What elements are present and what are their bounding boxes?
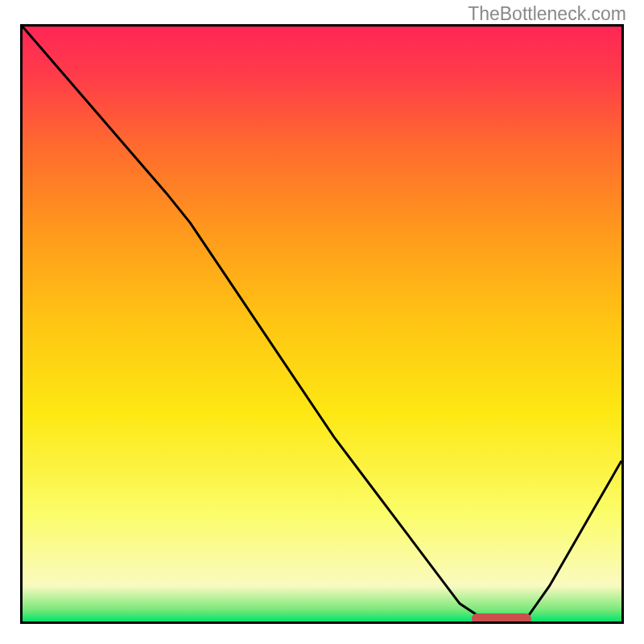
- curve-layer: [23, 27, 621, 621]
- optimal-range-marker: [472, 613, 531, 624]
- watermark-text: TheBottleneck.com: [468, 3, 626, 25]
- plot-area: [20, 24, 624, 624]
- figure-root: TheBottleneck.com: [0, 0, 644, 644]
- bottleneck-curve: [23, 27, 621, 620]
